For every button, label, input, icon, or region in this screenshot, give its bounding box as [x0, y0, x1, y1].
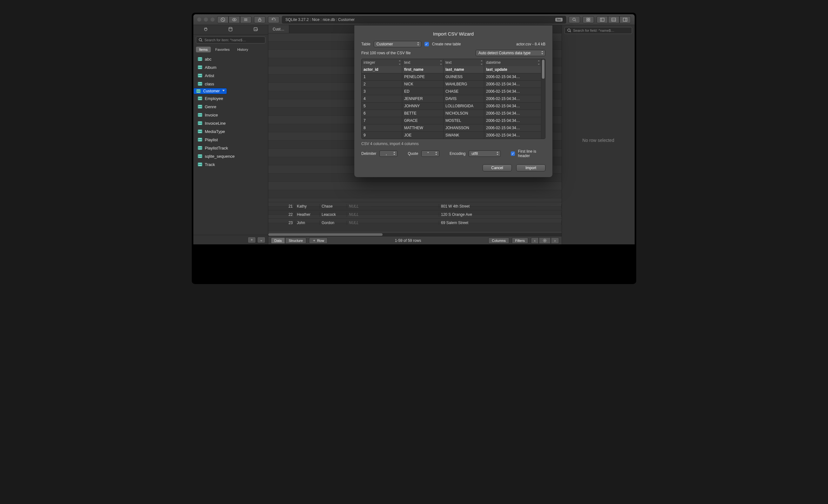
table-icon [198, 74, 202, 77]
panel-right-icon[interactable] [619, 16, 631, 23]
tab-customer[interactable]: Cust… [268, 25, 289, 33]
preview-row[interactable]: 1PENELOPEGUINESS2006-02-15 04:34… [362, 73, 541, 80]
search-button[interactable] [569, 16, 580, 23]
window-controls [197, 17, 215, 22]
file-info: actor.csv - 8.4 kB [516, 42, 545, 46]
sidebar-item-mediatype[interactable]: MediaType [193, 127, 268, 135]
svg-rect-11 [589, 18, 590, 19]
sidebar-item-album[interactable]: Album [193, 63, 268, 72]
preview-row[interactable]: 4JENNIFERDAVIS2006-02-15 04:34… [362, 95, 541, 102]
col-type-1[interactable]: text [402, 59, 444, 66]
sidebar-item-playlisttrack[interactable]: PlaylistTrack [193, 144, 268, 152]
scope-items[interactable]: Items [196, 47, 211, 52]
cancel-button[interactable]: Cancel [483, 164, 512, 171]
zoom-window[interactable] [210, 17, 215, 22]
field-search[interactable]: Search for field: ^name$… [565, 27, 632, 34]
table-icon [198, 66, 202, 69]
sidebar-item-playlist[interactable]: Playlist [193, 135, 268, 144]
svg-line-27 [570, 31, 571, 32]
scope-favorites[interactable]: Favorites [212, 47, 233, 52]
path-bar[interactable]: SQLite 3.27.2 : Nice : nice.db : Custome… [282, 16, 566, 24]
filters-button[interactable]: Filters [512, 238, 528, 244]
page-next[interactable]: › [551, 238, 559, 244]
autodetect-select[interactable]: Auto detect Columns data type [475, 50, 545, 56]
plug-icon[interactable] [203, 27, 208, 33]
sql-icon[interactable]: SQL [253, 27, 258, 33]
database-icon[interactable] [228, 27, 233, 33]
create-new-table-checkbox[interactable]: ✓ [424, 42, 429, 46]
sidebar-item-artist[interactable]: Artist [193, 72, 268, 80]
loc-badge: loc [555, 18, 563, 22]
titlebar: SQLite 3.27.2 : Nice : nice.db : Custome… [193, 14, 635, 25]
panel-bottom-icon[interactable] [608, 16, 619, 23]
sidebar-item-abc[interactable]: abc [193, 55, 268, 63]
add-item-button[interactable]: ＋ [248, 237, 256, 243]
sidebar-item-employee[interactable]: Employee [193, 94, 268, 102]
sidebar-item-customer[interactable]: Customer [193, 88, 227, 94]
delimiter-select[interactable]: , [379, 151, 398, 157]
table-row[interactable]: 23JohnGordonNULL69 Salem Street [268, 218, 562, 226]
table-icon [198, 154, 202, 158]
svg-point-8 [573, 18, 575, 20]
add-row-button[interactable]: ＋ Row [309, 238, 328, 244]
col-header-2: last_name [444, 66, 484, 73]
data-tab[interactable]: Data [271, 238, 285, 244]
svg-line-24 [201, 41, 202, 42]
scope-history[interactable]: History [234, 47, 251, 52]
col-type-0[interactable]: integer [362, 59, 402, 66]
svg-point-20 [229, 27, 232, 29]
create-new-table-label: Create new table [432, 42, 461, 46]
preview-row[interactable]: 7GRACEMOSTEL2006-02-15 04:34… [362, 117, 541, 124]
import-csv-dialog: Import CSV Wizard Table Customer ✓ Creat… [354, 25, 553, 177]
import-button[interactable]: Import [516, 164, 545, 171]
table-row[interactable]: 22HeatherLeacockNULL120 S Orange Ave [268, 210, 562, 218]
first-line-header-checkbox[interactable]: ✓ [511, 152, 514, 156]
minimize-window[interactable] [204, 17, 208, 22]
structure-tab[interactable]: Structure [285, 238, 306, 244]
col-type-3[interactable]: datetime [484, 59, 541, 66]
preview-row[interactable]: 5JOHNNYLOLLOBRIGIDA2006-02-15 04:34… [362, 102, 541, 110]
table-icon [198, 82, 202, 86]
lock-button[interactable] [254, 16, 265, 23]
preview-row[interactable]: 9JOESWANK2006-02-15 04:34… [362, 131, 541, 139]
preview-row[interactable]: 6BETTENICHOLSON2006-02-15 04:34… [362, 110, 541, 117]
column-summary: CSV 4 columns, import 4 columns [361, 141, 545, 146]
sidebar-item-track[interactable]: Track [193, 160, 268, 169]
sidebar-item-class[interactable]: class [193, 80, 268, 88]
reload-button[interactable] [268, 16, 279, 23]
col-type-2[interactable]: text [444, 59, 484, 66]
table-icon [198, 96, 202, 100]
svg-rect-7 [258, 19, 261, 21]
table-row[interactable]: 21KathyChaseNULL801 W 4th Street [268, 202, 562, 210]
sidebar-item-invoiceline[interactable]: InvoiceLine [193, 119, 268, 127]
preview-row[interactable]: 2NICKWAHLBERG2006-02-15 04:34… [362, 80, 541, 88]
add-item-menu[interactable]: ⌄ [257, 237, 265, 243]
svg-line-1 [222, 19, 224, 20]
columns-button[interactable]: Columns [488, 238, 509, 244]
quote-select[interactable]: " [421, 151, 440, 157]
sidebar-item-sqlite_sequence[interactable]: sqlite_sequence [193, 152, 268, 160]
encoding-select[interactable]: utf8 [469, 151, 501, 157]
svg-rect-12 [587, 20, 588, 21]
sidebar-item-invoice[interactable]: Invoice [193, 111, 268, 119]
row-status: 1-59 of 59 rows [330, 238, 486, 243]
stop-button[interactable] [217, 16, 229, 23]
sidebar-search[interactable]: Search for item: ^name$… [196, 37, 265, 43]
panel-left-icon[interactable] [596, 16, 608, 23]
horizontal-scrollbar[interactable] [268, 233, 562, 236]
sidebar-item-genre[interactable]: Genre [193, 102, 268, 111]
preview-row[interactable]: 8MATTHEWJOHANSSON2006-02-15 04:34… [362, 124, 541, 131]
svg-rect-14 [601, 18, 604, 21]
preview-button[interactable] [229, 16, 240, 23]
preview-row[interactable]: 3EDCHASE2006-02-15 04:34… [362, 88, 541, 95]
table-select[interactable]: Customer [374, 41, 421, 47]
lines-button[interactable] [240, 16, 251, 23]
field-search-placeholder: Search for field: ^name$… [573, 29, 614, 32]
page-prev[interactable]: ‹ [531, 238, 539, 244]
page-settings[interactable] [539, 238, 551, 244]
grid-icon[interactable] [583, 16, 594, 23]
svg-text:SQL: SQL [255, 29, 258, 31]
svg-rect-18 [623, 18, 627, 21]
preview-scrollbar[interactable] [541, 59, 545, 139]
close-window[interactable] [197, 17, 201, 22]
